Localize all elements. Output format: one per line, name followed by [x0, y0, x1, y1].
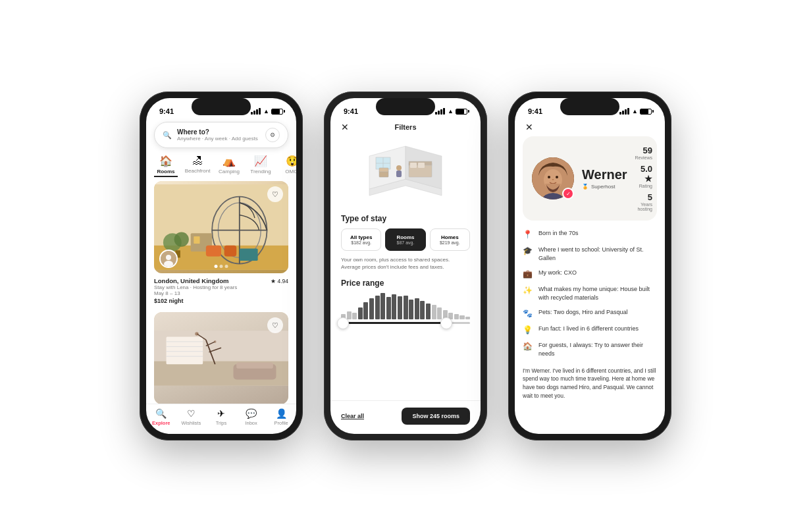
- work-icon: 💼: [523, 269, 533, 279]
- type-rooms[interactable]: Rooms $87 avg.: [385, 228, 425, 251]
- price-section-title: Price range: [341, 279, 470, 288]
- phone-2-screen: 9:41 ▲ ✕ Filters: [330, 98, 481, 434]
- battery-icon-3: [640, 109, 652, 115]
- signal-bars-1: [251, 108, 261, 115]
- price-bar-7: [375, 296, 380, 319]
- nav-inbox[interactable]: 💬 Inbox: [240, 408, 263, 426]
- cat-omg[interactable]: 😲 OMG!: [280, 155, 296, 177]
- price-bar-18: [437, 307, 442, 319]
- cat-trending[interactable]: 📈 Trending: [249, 155, 273, 177]
- signal-bar-12: [627, 108, 629, 115]
- wifi-icon-1: ▲: [263, 108, 269, 115]
- show-rooms-button[interactable]: Show 245 rooms: [402, 408, 470, 425]
- trips-nav-icon: ✈: [217, 408, 225, 419]
- explore-nav-label: Explore: [152, 420, 170, 426]
- avatar-wrapper: ✓: [532, 157, 574, 200]
- svg-rect-20: [167, 337, 203, 365]
- svg-rect-13: [224, 246, 237, 257]
- host-avatar-svg: [161, 251, 176, 267]
- trending-label: Trending: [250, 169, 271, 174]
- phone-3: 9:41 ▲ ✕: [508, 92, 671, 440]
- price-bar-2: [347, 311, 352, 319]
- price-slider[interactable]: [341, 322, 470, 324]
- filter-footer: Clear all Show 245 rooms: [330, 400, 481, 434]
- wishlist-button-2[interactable]: ♡: [267, 317, 283, 333]
- nav-wishlists[interactable]: ♡ Wishlists: [179, 408, 203, 426]
- battery-fill-2: [456, 109, 464, 114]
- bottom-nav: 🔍 Explore ♡ Wishlists ✈ Trips 💬 Inbox: [146, 404, 296, 434]
- svg-point-29: [195, 332, 199, 336]
- svg-rect-32: [236, 362, 273, 368]
- price-bar-23: [465, 317, 470, 319]
- wishlists-nav-icon: ♡: [187, 408, 196, 419]
- profile-close-button[interactable]: ✕: [515, 118, 665, 136]
- signal-bars-3: [619, 108, 629, 115]
- superhost-label: 🏅 Superhost: [582, 184, 627, 190]
- omg-label: OMG!: [285, 169, 296, 174]
- listing-card-2[interactable]: ♡: [154, 312, 288, 404]
- search-bar[interactable]: 🔍 Where to? Anywhere · Any week · Add gu…: [154, 122, 288, 148]
- born-icon: 📍: [523, 230, 533, 239]
- slider-handle-right[interactable]: [440, 317, 452, 329]
- host-avatar-1: [159, 250, 178, 268]
- type-homes[interactable]: Homes $219 avg.: [430, 228, 470, 251]
- filter-close-button[interactable]: ✕: [341, 122, 349, 132]
- price-bar-21: [454, 314, 459, 319]
- price-bar-5: [363, 302, 368, 319]
- wishlists-nav-label: Wishlists: [182, 420, 201, 426]
- listing-rating-1: ★ 4.94: [271, 278, 288, 284]
- cat-camping[interactable]: ⛺ Camping: [217, 155, 241, 177]
- nav-profile[interactable]: 👤 Profile: [269, 408, 293, 426]
- rooms-label: Rooms: [157, 169, 174, 174]
- born-text: Born in the 70s: [538, 229, 579, 238]
- signal-bar-7: [440, 109, 442, 115]
- profile-nav-icon: 👤: [276, 408, 287, 419]
- listing-price-1: $102 night: [154, 298, 288, 304]
- cat-rooms[interactable]: 🏠 Rooms: [154, 155, 178, 177]
- reviews-count: 59: [635, 146, 652, 155]
- signal-bar-10: [622, 111, 624, 115]
- home-unique-icon: ✨: [523, 286, 533, 295]
- listing-image-1: ♡: [154, 181, 288, 273]
- price-bar-4: [358, 307, 363, 319]
- price-bar-17: [432, 305, 436, 319]
- profile-details: 📍 Born in the 70s 🎓 Where I went to scho…: [515, 226, 665, 434]
- for-guests-text: For guests, I always: Try to answer thei…: [538, 341, 657, 358]
- listing-card-1[interactable]: ♡: [154, 181, 288, 304]
- nav-explore[interactable]: 🔍 Explore: [149, 408, 173, 426]
- svg-rect-44: [379, 168, 388, 172]
- type-all-types[interactable]: All types $182 avg.: [341, 228, 381, 251]
- signal-bar-9: [619, 112, 621, 115]
- school-icon: 🎓: [523, 246, 533, 255]
- type-description: Your own room, plus access to shared spa…: [341, 256, 470, 271]
- beachfront-label: Beachfront: [185, 168, 211, 174]
- phone1-content: 🔍 Where to? Anywhere · Any week · Add gu…: [146, 118, 296, 434]
- listing-dates-1: May 8 – 13: [154, 290, 288, 296]
- filter-button[interactable]: ⚙: [265, 128, 280, 142]
- dot-2: [220, 265, 223, 268]
- battery-icon-2: [456, 109, 467, 115]
- inbox-nav-label: Inbox: [245, 420, 257, 426]
- superhost-badge: ✓: [562, 188, 574, 200]
- wishlist-button-1[interactable]: ♡: [267, 186, 283, 202]
- trending-icon: 📈: [254, 155, 267, 167]
- room-svg: [363, 143, 448, 202]
- fun-fact-icon: 💡: [523, 325, 533, 334]
- omg-icon: 😲: [286, 155, 296, 167]
- signal-bar-3: [256, 109, 258, 115]
- clear-all-button[interactable]: Clear all: [341, 413, 364, 419]
- nav-trips[interactable]: ✈ Trips: [209, 408, 233, 426]
- svg-point-30: [214, 340, 217, 343]
- listings-container: ♡: [146, 181, 296, 404]
- filter-title: Filters: [394, 123, 416, 131]
- cat-beachfront[interactable]: 🏖 Beachfront: [186, 155, 209, 177]
- phone3-content: ✕: [515, 118, 665, 434]
- battery-icon-1: [271, 109, 283, 115]
- search-main-label: Where to?: [177, 128, 260, 136]
- slider-handle-left[interactable]: [337, 317, 349, 329]
- rating-value: 5.0 ★: [635, 164, 652, 184]
- listing-price-value-1: $102 night: [154, 298, 184, 304]
- trips-nav-label: Trips: [216, 420, 226, 426]
- profile-bio: I'm Werner. I've lived in 6 different co…: [523, 367, 657, 406]
- category-tabs: 🏠 Rooms 🏖 Beachfront ⛺ Camping 📈 Trendin…: [146, 152, 296, 181]
